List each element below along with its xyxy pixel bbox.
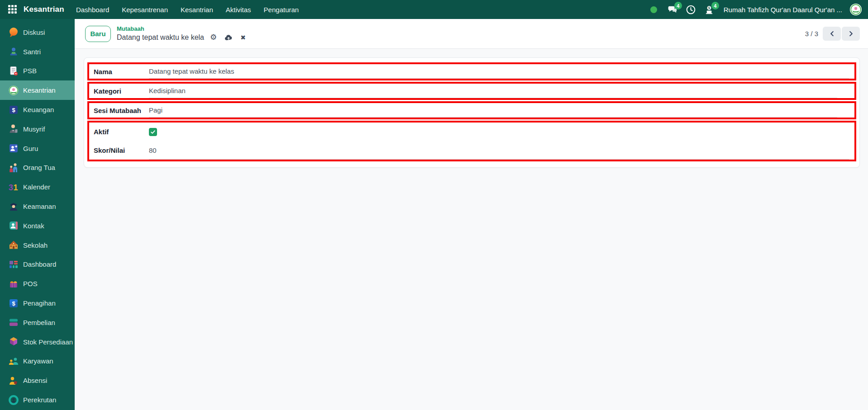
annotation-box-nama: Nama Datang tepat waktu ke kelas bbox=[87, 62, 856, 80]
menu-item-aktivitas[interactable]: Aktivitas bbox=[226, 6, 251, 14]
sidebar-item-kontak[interactable]: Kontak bbox=[0, 216, 75, 236]
sidebar-item-psb[interactable]: PSB bbox=[0, 61, 75, 81]
field-row-nama: Nama Datang tepat waktu ke kelas bbox=[89, 64, 854, 79]
chat-badge: 4 bbox=[674, 2, 682, 9]
perekrutan-app-icon bbox=[8, 395, 19, 405]
top-navbar: Kesantrian DashboardKepesantrenanKesantr… bbox=[0, 0, 868, 19]
sidebar-item-karyawan[interactable]: Karyawan bbox=[0, 352, 75, 371]
absensi-app-icon bbox=[8, 375, 19, 386]
nama-input[interactable]: Datang tepat waktu ke kelas bbox=[149, 64, 849, 79]
annotation-box-kategori: Kategori Kedisiplinan bbox=[87, 82, 856, 100]
keuangan-app-icon: $ bbox=[8, 104, 19, 115]
sidebar-item-pos[interactable]: POS bbox=[0, 274, 75, 293]
sidebar-item-kalender[interactable]: 31Kalender bbox=[0, 177, 75, 197]
breadcrumb-parent-link[interactable]: Mutabaah bbox=[117, 25, 246, 33]
svg-text:1: 1 bbox=[13, 183, 18, 192]
pos-app-icon bbox=[8, 278, 19, 289]
sidebar-item-penagihan[interactable]: $Penagihan bbox=[0, 293, 75, 313]
sidebar-item-label: Pembelian bbox=[23, 319, 55, 326]
sidebar-item-label: PSB bbox=[23, 67, 37, 75]
karyawan-app-icon bbox=[8, 356, 19, 367]
app-brand[interactable]: Kesantrian bbox=[24, 5, 64, 14]
company-avatar[interactable] bbox=[850, 4, 862, 15]
new-record-button[interactable]: Baru bbox=[85, 26, 111, 42]
svg-text:$: $ bbox=[12, 300, 15, 307]
field-row-kategori: Kategori Kedisiplinan bbox=[89, 84, 854, 98]
sidebar-item-sekolah[interactable]: Sekolah bbox=[0, 236, 75, 255]
clock-icon[interactable] bbox=[686, 4, 696, 15]
sidebar-item-orang-tua[interactable]: Orang Tua bbox=[0, 158, 75, 178]
menu-item-pengaturan[interactable]: Pengaturan bbox=[264, 6, 299, 14]
psb-app-icon bbox=[8, 66, 19, 76]
livechat-icon[interactable]: S 4 bbox=[704, 4, 715, 15]
discard-x-icon[interactable]: ✖ bbox=[240, 34, 246, 41]
sidebar: DiskusiSantriPSBKesantrian$KeuanganMusyr… bbox=[0, 19, 75, 410]
sidebar-item-label: Stok Persediaan bbox=[23, 338, 73, 346]
sidebar-item-diskusi[interactable]: Diskusi bbox=[0, 23, 75, 42]
field-label-aktif: Aktif bbox=[94, 128, 149, 136]
chevron-right-icon bbox=[848, 31, 854, 37]
menu-item-kepesantrenan[interactable]: Kepesantrenan bbox=[122, 6, 168, 14]
chat-icon[interactable]: 4 bbox=[667, 4, 678, 15]
sesi-mutabaah-input[interactable]: Pagi bbox=[149, 103, 837, 118]
unsaved-indicator: ⚙ ✖ bbox=[210, 33, 246, 41]
field-label-skor-nilai: Skor/Nilai bbox=[94, 146, 149, 154]
pager-counter: 3 / 3 bbox=[805, 30, 818, 38]
field-label-sesi-mutabaah: Sesi Mutabaah bbox=[94, 107, 149, 114]
kontak-app-icon bbox=[8, 220, 19, 231]
svg-text:$: $ bbox=[12, 107, 15, 113]
skor-nilai-input[interactable]: 80 bbox=[149, 141, 849, 160]
kategori-input[interactable]: Kedisiplinan bbox=[149, 84, 837, 98]
pembelian-app-icon bbox=[8, 317, 19, 328]
field-row-aktif: Aktif bbox=[89, 123, 854, 141]
guru-app-icon bbox=[8, 143, 19, 154]
sidebar-item-guru[interactable]: Guru bbox=[0, 139, 75, 158]
sidebar-item-label: POS bbox=[23, 280, 38, 287]
sidebar-item-label: Penagihan bbox=[23, 299, 56, 307]
gear-icon[interactable]: ⚙ bbox=[210, 33, 217, 41]
main-content: Baru Mutabaah Datang tepat waktu ke kela… bbox=[75, 19, 868, 410]
form-sheet: Nama Datang tepat waktu ke kelas Kategor… bbox=[84, 57, 860, 168]
sidebar-item-musyrif[interactable]: Musyrif bbox=[0, 119, 75, 139]
sidebar-item-kesantrian[interactable]: Kesantrian bbox=[0, 80, 75, 100]
status-dot[interactable] bbox=[649, 4, 659, 15]
company-name[interactable]: Rumah Tahfizh Qur'an Daarul Qur'an ... bbox=[724, 6, 842, 14]
chevron-left-icon bbox=[829, 31, 835, 37]
menu-item-dashboard[interactable]: Dashboard bbox=[76, 6, 109, 14]
sidebar-item-label: Santri bbox=[23, 48, 41, 56]
penagihan-app-icon: $ bbox=[8, 298, 19, 309]
check-icon bbox=[150, 129, 156, 135]
sekolah-app-icon bbox=[8, 240, 19, 250]
stok-persediaan-app-icon bbox=[8, 336, 19, 347]
sidebar-item-stok-persediaan[interactable]: Stok Persediaan bbox=[0, 332, 75, 352]
sidebar-item-absensi[interactable]: Absensi bbox=[0, 371, 75, 390]
cloud-upload-icon[interactable] bbox=[224, 34, 233, 41]
sidebar-item-label: Kontak bbox=[23, 222, 44, 230]
sidebar-item-label: Dashboard bbox=[23, 260, 56, 268]
sidebar-item-pembelian[interactable]: Pembelian bbox=[0, 313, 75, 332]
sidebar-item-label: Musyrif bbox=[23, 125, 45, 133]
apps-grid-icon[interactable] bbox=[8, 5, 17, 14]
sidebar-item-santri[interactable]: Santri bbox=[0, 42, 75, 61]
annotation-box-sesi-mutabaah: Sesi Mutabaah Pagi bbox=[87, 101, 856, 119]
pager-previous-button[interactable] bbox=[823, 27, 841, 41]
pager-next-button[interactable] bbox=[842, 27, 860, 41]
breadcrumb-title: Datang tepat waktu ke kela bbox=[117, 33, 204, 42]
kesantrian-app-icon bbox=[8, 85, 19, 96]
sidebar-item-label: Karyawan bbox=[23, 357, 53, 365]
kalender-app-icon: 31 bbox=[8, 182, 19, 193]
sidebar-item-perekrutan[interactable]: Perekrutan bbox=[0, 390, 75, 410]
sidebar-item-label: Orang Tua bbox=[23, 164, 55, 171]
svg-text:3: 3 bbox=[9, 183, 13, 192]
sidebar-item-label: Absensi bbox=[23, 377, 47, 384]
sidebar-item-keamanan[interactable]: Keamanan bbox=[0, 197, 75, 216]
sidebar-item-label: Keamanan bbox=[23, 203, 56, 210]
menu-item-kesantrian[interactable]: Kesantrian bbox=[181, 6, 213, 14]
sidebar-item-label: Sekolah bbox=[23, 241, 48, 249]
aktif-checkbox[interactable] bbox=[149, 128, 157, 136]
santri-app-icon bbox=[8, 46, 19, 57]
field-label-nama: Nama bbox=[94, 68, 149, 75]
sidebar-item-keuangan[interactable]: $Keuangan bbox=[0, 100, 75, 119]
sidebar-item-dashboard[interactable]: Dashboard bbox=[0, 255, 75, 274]
sidebar-item-label: Guru bbox=[23, 145, 38, 152]
